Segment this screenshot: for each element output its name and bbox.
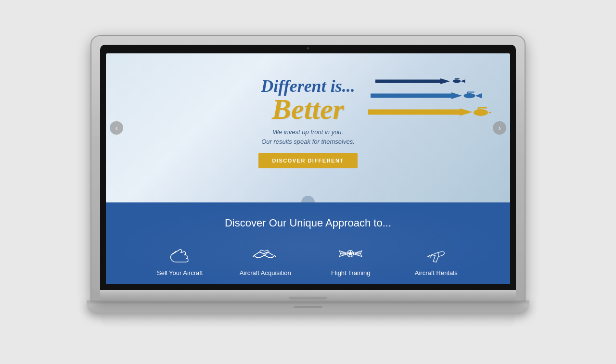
laptop-base xyxy=(87,301,529,314)
svg-marker-1 xyxy=(440,78,450,84)
sell-aircraft-label: Sell Your Aircraft xyxy=(157,269,203,276)
laptop-screen: ‹ › xyxy=(106,53,510,284)
svg-marker-25 xyxy=(348,251,353,255)
laptop-mockup: ‹ › xyxy=(91,36,525,328)
scroll-down-indicator[interactable]: ⌄ xyxy=(301,196,315,202)
subtitle-line2: Our results speak for themselves. xyxy=(261,137,355,147)
svg-marker-9 xyxy=(475,93,482,98)
discover-button[interactable]: DISCOVER DIFFERENT xyxy=(258,153,357,168)
hero-section: ‹ › xyxy=(106,53,510,202)
laptop-reflection xyxy=(101,314,515,328)
hinge-notch xyxy=(289,297,327,300)
service-aircraft-rentals[interactable]: Aircraft Rentals xyxy=(396,243,477,276)
chevron-down-icon: ⌄ xyxy=(306,199,310,202)
chevron-left-icon: ‹ xyxy=(116,124,118,132)
chevron-right-icon: › xyxy=(499,124,501,132)
service-flight-training[interactable]: Flight Training xyxy=(310,243,391,276)
hero-subtitle: We invest up front in you. Our results s… xyxy=(261,127,355,146)
handshake-icon xyxy=(252,243,279,264)
screen-bezel: ‹ › xyxy=(100,45,516,290)
service-aircraft-acquisition[interactable]: Aircraft Acquisition xyxy=(225,243,306,276)
hand-icon xyxy=(167,243,193,264)
svg-marker-3 xyxy=(461,79,465,83)
decorative-arrows xyxy=(366,68,491,135)
svg-marker-15 xyxy=(488,110,491,115)
services-section: Discover Our Unique Approach to... xyxy=(106,202,510,284)
services-grid: Sell Your Aircraft xyxy=(140,243,476,276)
service-sell-aircraft[interactable]: Sell Your Aircraft xyxy=(140,243,220,276)
aircraft-rentals-label: Aircraft Rentals xyxy=(415,269,458,276)
approach-heading: Discover Our Unique Approach to... xyxy=(225,217,391,229)
aircraft-acquisition-label: Aircraft Acquisition xyxy=(240,269,291,276)
bezel-bottom xyxy=(106,284,510,290)
svg-point-14 xyxy=(474,109,488,116)
svg-marker-13 xyxy=(460,108,473,116)
laptop-bottom-bezel xyxy=(100,290,516,301)
laptop-body: ‹ › xyxy=(91,36,525,301)
subtitle-line1: We invest up front in you. xyxy=(261,127,355,137)
headline-container: Different is... Better xyxy=(261,77,355,124)
flight-training-label: Flight Training xyxy=(331,269,371,276)
svg-marker-7 xyxy=(451,92,462,99)
svg-point-8 xyxy=(464,93,475,98)
prev-slide-button[interactable]: ‹ xyxy=(110,121,123,135)
wings-badge-icon xyxy=(337,243,364,264)
headline-different: Different is... xyxy=(261,77,355,95)
base-line xyxy=(294,306,322,308)
svg-point-2 xyxy=(453,79,461,83)
headline-better: Better xyxy=(261,95,355,124)
plane-icon xyxy=(423,243,449,264)
next-slide-button[interactable]: › xyxy=(493,121,506,135)
camera xyxy=(307,47,309,50)
